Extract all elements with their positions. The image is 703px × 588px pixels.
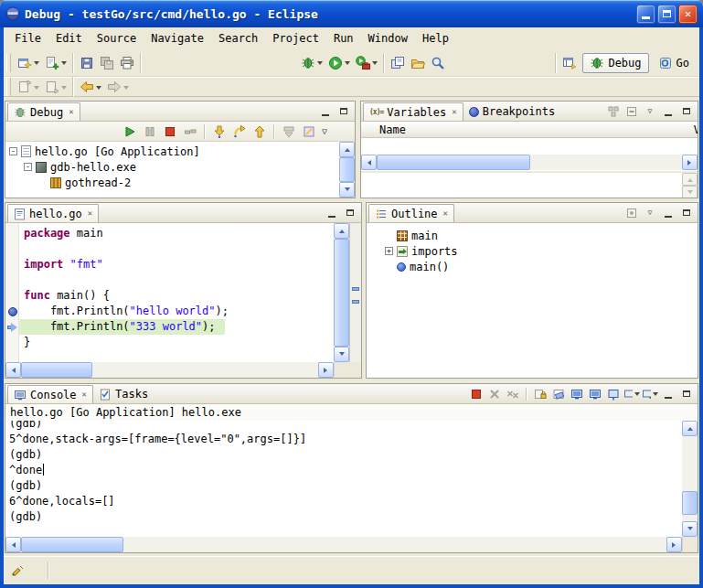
scroll-up-button[interactable] [682, 173, 698, 186]
tab-outline[interactable]: Outline ✕ [368, 204, 454, 222]
debug-vertical-scrollbar[interactable] [339, 142, 355, 198]
tab-console[interactable]: Console ✕ [7, 385, 93, 403]
code-line[interactable]: fmt.Println("hello world"); [5, 304, 334, 319]
dropdown-arrow-icon[interactable] [34, 61, 39, 68]
step-into-button[interactable] [210, 123, 229, 140]
code-line[interactable] [5, 241, 334, 257]
dropdown-arrow-icon[interactable] [317, 61, 323, 68]
search-button[interactable] [428, 52, 448, 74]
drop-to-frame-button[interactable] [280, 123, 298, 140]
debug-tree-item[interactable]: -hello.go [Go Application] [5, 144, 339, 159]
scroll-up-button[interactable] [339, 142, 355, 157]
view-menu-button[interactable]: ▽ [642, 104, 658, 119]
disconnect-button[interactable] [181, 123, 199, 140]
external-tools-button[interactable] [353, 52, 380, 74]
dropdown-arrow-icon[interactable] [61, 61, 67, 68]
code-line[interactable]: import "fmt" [5, 257, 334, 273]
dropdown-arrow-icon[interactable] [123, 86, 129, 92]
menu-item-source[interactable]: Source [90, 30, 144, 47]
display-selected-console-button[interactable] [623, 387, 640, 401]
scroll-up-button[interactable] [682, 421, 698, 436]
scroll-right-button[interactable] [666, 537, 682, 552]
overview-ruler[interactable] [349, 223, 361, 362]
tab-close-icon[interactable]: ✕ [88, 209, 92, 218]
scroll-up-button[interactable] [334, 223, 349, 239]
show-stdout-button[interactable] [569, 387, 585, 401]
dropdown-arrow-icon[interactable] [61, 86, 67, 92]
editor-vertical-scrollbar[interactable] [334, 223, 349, 362]
scroll-right-button[interactable] [682, 155, 698, 170]
variables-horizontal-scrollbar[interactable] [361, 155, 698, 170]
terminate-button[interactable] [161, 123, 179, 140]
view-maximize-button[interactable] [336, 104, 352, 119]
view-minimize-button[interactable] [660, 104, 676, 119]
view-maximize-button[interactable] [678, 387, 695, 401]
variables-column-header[interactable]: Name V [361, 122, 698, 138]
scroll-down-button[interactable] [339, 182, 355, 198]
scroll-down-button[interactable] [334, 347, 349, 362]
menu-item-file[interactable]: File [7, 30, 48, 47]
print-button[interactable] [117, 52, 137, 74]
view-minimize-button[interactable] [317, 104, 334, 119]
scroll-down-button[interactable] [682, 186, 698, 198]
title-bar[interactable]: Debug - testGo/src/cmd/hello.go - Eclips… [0, 0, 703, 27]
window-maximize-button[interactable] [657, 5, 676, 24]
editor-horizontal-scrollbar[interactable] [5, 362, 334, 378]
code-line[interactable]: func main() { [5, 288, 334, 304]
view-menu-button[interactable]: ▽ [642, 206, 658, 220]
tab-close-icon[interactable]: ✕ [443, 209, 448, 218]
scroll-down-button[interactable] [682, 521, 698, 537]
console-vertical-scrollbar[interactable] [682, 421, 698, 537]
collapse-all-button[interactable] [623, 104, 640, 119]
debug-tree-item[interactable]: -gdb-hello.exe [5, 159, 339, 175]
menu-item-project[interactable]: Project [265, 30, 326, 47]
use-step-filters-button[interactable] [300, 123, 318, 140]
scroll-left-button[interactable] [5, 537, 21, 552]
instruction-pointer-marker[interactable] [5, 323, 19, 332]
code-line[interactable]: } [5, 335, 334, 350]
tab-breakpoints[interactable]: Breakpoints [463, 102, 560, 121]
scroll-thumb[interactable] [334, 239, 349, 347]
resume-button[interactable] [121, 123, 139, 140]
breakpoint-marker[interactable] [5, 307, 19, 316]
menu-item-help[interactable]: Help [415, 30, 456, 47]
tab-debug[interactable]: Debug ✕ [7, 102, 80, 121]
scroll-track[interactable] [339, 157, 355, 182]
scroll-thumb[interactable] [21, 362, 92, 378]
tab-close-icon[interactable]: ✕ [452, 108, 456, 116]
clear-console-button[interactable] [550, 387, 567, 401]
tree-expander[interactable]: - [9, 147, 17, 155]
toolbar-overflow-icon[interactable]: ▽ [320, 127, 329, 136]
tree-expander[interactable]: + [385, 247, 393, 255]
tab-variables[interactable]: (x)= Variables ✕ [363, 102, 463, 121]
dropdown-arrow-icon[interactable] [653, 392, 658, 399]
next-annotation-button[interactable] [42, 78, 69, 96]
code-line[interactable] [5, 273, 334, 288]
new-go-element-button[interactable] [42, 52, 69, 74]
pin-console-button[interactable] [605, 387, 622, 401]
outline-item[interactable]: -main() [381, 259, 698, 274]
open-console-button[interactable] [642, 387, 658, 401]
scroll-thumb[interactable] [377, 155, 530, 170]
save-all-button[interactable] [97, 52, 117, 74]
scroll-track[interactable] [21, 362, 318, 378]
view-minimize-button[interactable] [660, 206, 676, 220]
scroll-thumb[interactable] [21, 537, 123, 552]
tab-hello-go[interactable]: hello.go ✕ [7, 204, 99, 222]
debug-button[interactable] [298, 52, 325, 74]
link-with-editor-button[interactable] [623, 206, 640, 220]
previous-annotation-button[interactable] [15, 78, 42, 96]
scroll-left-button[interactable] [5, 362, 21, 378]
tab-close-icon[interactable]: ✕ [69, 108, 73, 116]
window-minimize-button[interactable] [636, 5, 655, 24]
view-maximize-button[interactable] [678, 206, 695, 220]
forward-button[interactable] [104, 78, 132, 96]
debug-tree-item[interactable]: -gothread-2 [5, 175, 339, 190]
dropdown-arrow-icon[interactable] [96, 86, 101, 92]
scroll-thumb[interactable] [339, 157, 355, 182]
tab-close-icon[interactable]: ✕ [82, 390, 87, 399]
tree-expander[interactable]: - [24, 163, 32, 171]
dropdown-arrow-icon[interactable] [634, 392, 640, 399]
back-button[interactable] [77, 78, 104, 96]
toolbar-grip[interactable] [6, 78, 11, 96]
